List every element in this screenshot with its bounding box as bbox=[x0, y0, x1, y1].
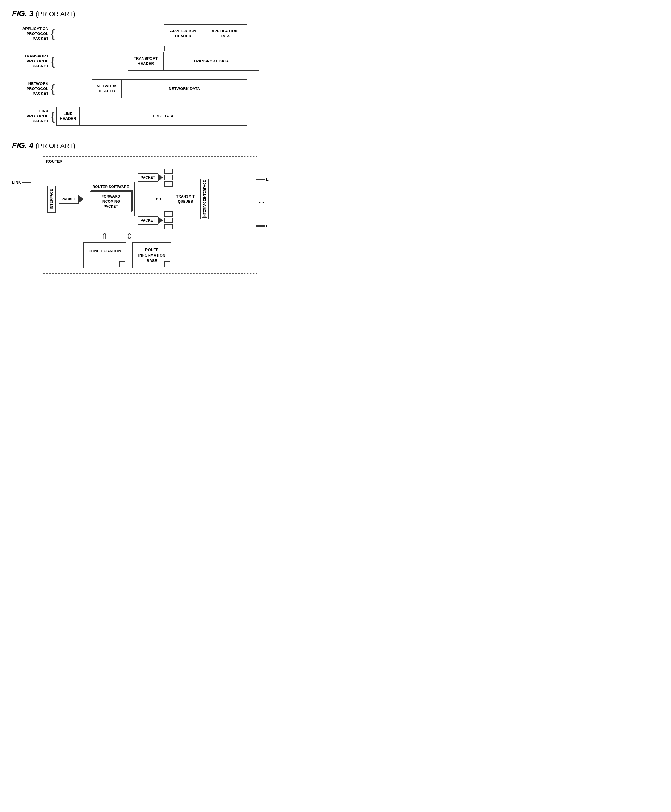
network-header-box: NETWORKHEADER bbox=[92, 79, 122, 99]
queue-box-6 bbox=[164, 224, 172, 229]
rib-box: ROUTEINFORMATIONBASE bbox=[133, 242, 171, 269]
queue-box-1 bbox=[164, 169, 172, 174]
right-link-line-top bbox=[256, 179, 265, 180]
transport-header-box: TRANSPORTHEADER bbox=[128, 52, 163, 71]
application-boxes: APPLICATIONHEADER APPLICATIONDATA bbox=[56, 24, 257, 43]
application-bracket: { bbox=[51, 27, 55, 41]
right-interface-bottom: INTERFACE bbox=[202, 200, 207, 218]
rib-label: ROUTEINFORMATIONBASE bbox=[138, 248, 165, 263]
app-header-box: APPLICATIONHEADER bbox=[163, 24, 203, 43]
right-interface-top: INTERFACE bbox=[202, 180, 207, 199]
fig4-section: FIG. 4 (PRIOR ART) ROUTER INTERFACE PACK… bbox=[12, 141, 257, 274]
packet-arrow-left: PACKET bbox=[59, 195, 84, 204]
transport-data-box: TRANSPORT DATA bbox=[163, 52, 259, 71]
queue-box-3 bbox=[164, 181, 172, 187]
fig3-title: FIG. 3 (PRIOR ART) bbox=[12, 9, 257, 18]
dots-middle: • • bbox=[155, 196, 162, 203]
right-links-section: LINK • • LINK bbox=[256, 177, 269, 228]
transport-packet-row: TRANSPORTPROTOCOLPACKET { TRANSPORTHEADE… bbox=[12, 52, 257, 71]
packet-box-top: PACKET bbox=[138, 174, 158, 182]
configuration-label: CONFIGURATION bbox=[89, 249, 121, 253]
application-packet-row: APPLICATIONPROTOCOLPACKET { APPLICATIONH… bbox=[12, 24, 257, 43]
packet-arrow-top: PACKET bbox=[138, 169, 172, 187]
updown-arrow-rib: ⇕ bbox=[126, 232, 133, 241]
queue-bottom bbox=[164, 211, 172, 229]
arrow-top-icon bbox=[158, 174, 163, 181]
vertical-arrows: ⇑ ⇕ bbox=[101, 232, 252, 241]
right-dots: • • bbox=[259, 199, 269, 206]
arrow-bottom-icon bbox=[158, 217, 163, 224]
transport-boxes: TRANSPORTHEADER TRANSPORT DATA bbox=[56, 52, 259, 71]
configuration-box: CONFIGURATION bbox=[83, 242, 126, 269]
network-boxes: NETWORKHEADER NETWORK DATA bbox=[56, 79, 257, 99]
link-header-box: LINKHEADER bbox=[56, 107, 80, 126]
updown-arrow-icon: ⇕ bbox=[126, 232, 133, 241]
left-link-section: LINK bbox=[12, 180, 31, 184]
transmit-queues-label: TRANSMITQUEUES bbox=[176, 194, 195, 204]
queue-box-5 bbox=[164, 218, 172, 223]
right-interfaces-inner: INTERFACE INTERFACE bbox=[200, 179, 209, 220]
router-software-label: ROUTER SOFTWARE bbox=[90, 185, 131, 189]
right-link-top-label: LINK bbox=[266, 177, 269, 182]
link-data-box: LINK DATA bbox=[80, 107, 247, 126]
right-link-bottom-label: LINK bbox=[266, 224, 269, 228]
network-data-box: NETWORK DATA bbox=[122, 79, 247, 99]
rib-dogear bbox=[165, 262, 171, 268]
left-link-label: LINK bbox=[12, 180, 21, 184]
link-packet-row: LINKPROTOCOLPACKET { LINKHEADER LINK DAT… bbox=[12, 107, 257, 126]
application-label: APPLICATIONPROTOCOLPACKET bbox=[12, 26, 51, 42]
packet-box-left: PACKET bbox=[59, 195, 79, 204]
packet-box-bottom: PACKET bbox=[138, 216, 158, 225]
network-label: NETWORKPROTOCOLPACKET bbox=[12, 81, 51, 97]
right-link-bottom: LINK bbox=[256, 224, 269, 228]
config-dogear bbox=[120, 262, 126, 268]
queue-box-2 bbox=[164, 175, 172, 180]
router-label: ROUTER bbox=[46, 159, 63, 163]
link-bracket: { bbox=[51, 110, 55, 123]
link-label: LINKPROTOCOLPACKET bbox=[12, 109, 51, 124]
arrow-right-icon bbox=[79, 196, 84, 203]
link-boxes: LINKHEADER LINK DATA bbox=[56, 107, 257, 126]
up-arrow-config: ⇑ bbox=[101, 232, 108, 241]
left-interface-box: INTERFACE bbox=[47, 186, 56, 213]
fig4-title: FIG. 4 (PRIOR ART) bbox=[12, 141, 257, 150]
transport-label: TRANSPORTPROTOCOLPACKET bbox=[12, 54, 51, 69]
network-packet-row: NETWORKPROTOCOLPACKET { NETWORKHEADER NE… bbox=[12, 79, 257, 99]
forward-packet-box: FORWARDINCOMINGPACKET bbox=[90, 191, 131, 212]
fig3-section: FIG. 3 (PRIOR ART) APPLICATIONPROTOCOLPA… bbox=[12, 9, 257, 126]
right-link-top: LINK bbox=[256, 177, 269, 182]
router-software-box: ROUTER SOFTWARE FORWARDINCOMINGPACKET bbox=[87, 182, 135, 216]
queue-box-4 bbox=[164, 211, 172, 217]
forward-packet-label: FORWARDINCOMINGPACKET bbox=[102, 194, 120, 209]
network-bracket: { bbox=[51, 82, 55, 96]
up-arrow-icon: ⇑ bbox=[101, 232, 108, 241]
bottom-docs: CONFIGURATION ROUTEINFORMATIONBASE bbox=[83, 242, 252, 269]
queue-top bbox=[164, 169, 172, 187]
app-data-box: APPLICATIONDATA bbox=[203, 24, 247, 43]
packet-queues-section: PACKET • • PACKET bbox=[138, 169, 172, 229]
right-link-line-bottom bbox=[256, 225, 265, 226]
packet-arrow-bottom: PACKET bbox=[138, 211, 172, 229]
transport-bracket: { bbox=[51, 55, 55, 68]
left-link-line bbox=[22, 182, 31, 183]
